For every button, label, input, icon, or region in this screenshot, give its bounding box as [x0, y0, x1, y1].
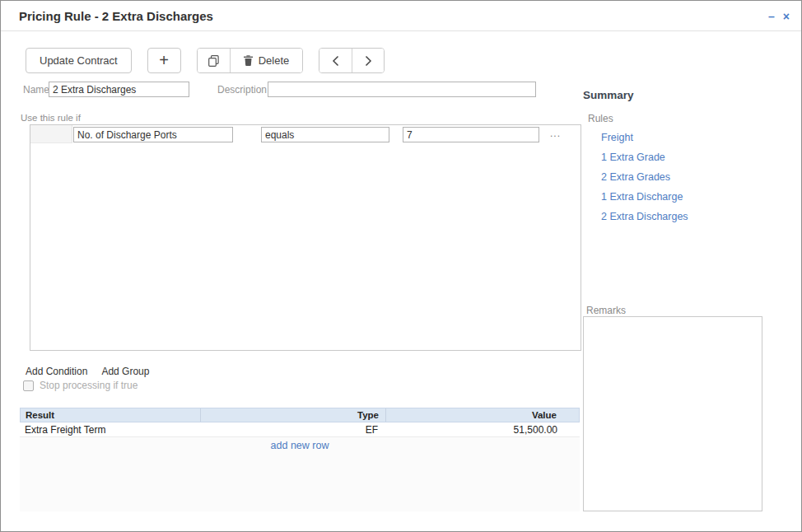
column-header-type: Type: [200, 408, 385, 422]
column-header-value: Value: [385, 408, 579, 422]
rule-link-2-extra-grades[interactable]: 2 Extra Grades: [601, 172, 688, 183]
add-rule-button[interactable]: +: [147, 48, 181, 73]
description-input[interactable]: [268, 82, 536, 97]
condition-value-input[interactable]: [403, 127, 539, 142]
condition-operator-input[interactable]: [261, 127, 389, 142]
copy-delete-group: Delete: [197, 48, 304, 73]
chevron-left-icon: [332, 55, 340, 67]
condition-actions: Add Condition Add Group: [26, 366, 149, 377]
delete-label: Delete: [259, 54, 290, 67]
add-condition-link[interactable]: Add Condition: [26, 366, 87, 377]
results-header-row: Result Type Value: [20, 408, 580, 422]
rule-link-freight[interactable]: Freight: [601, 133, 688, 143]
description-label: Description: [217, 84, 267, 96]
rule-link-2-extra-discharges[interactable]: 2 Extra Discharges: [601, 212, 688, 222]
stop-processing-checkbox[interactable]: [23, 380, 34, 391]
delete-button[interactable]: Delete: [230, 49, 303, 72]
add-new-row-link[interactable]: add new row: [20, 437, 580, 455]
rule-link-1-extra-discharge[interactable]: 1 Extra Discharge: [601, 192, 688, 203]
previous-record-button[interactable]: [319, 49, 352, 72]
results-table: Result Type Value Extra Freight Term EF …: [20, 408, 580, 511]
trash-icon: [244, 55, 253, 66]
rule-link-1-extra-grade[interactable]: 1 Extra Grade: [601, 152, 688, 163]
condition-more-button[interactable]: ...: [550, 128, 561, 139]
column-header-result: Result: [21, 410, 200, 420]
add-group-link[interactable]: Add Group: [101, 366, 149, 377]
remarks-label: Remarks: [586, 305, 626, 316]
minimize-icon[interactable]: –: [768, 11, 775, 22]
copy-button[interactable]: [198, 49, 230, 72]
name-input[interactable]: [49, 82, 189, 97]
titlebar: Pricing Rule - 2 Extra Discharges – ×: [1, 1, 801, 31]
result-cell: Extra Freight Term: [20, 424, 199, 436]
condition-field-input[interactable]: [73, 127, 233, 142]
rules-list: Freight 1 Extra Grade 2 Extra Grades 1 E…: [601, 133, 688, 222]
use-this-rule-if-label: Use this rule if: [21, 113, 81, 123]
stop-processing-row: Stop processing if true: [23, 380, 138, 391]
chevron-right-icon: [364, 55, 372, 67]
pricing-rule-window: Pricing Rule - 2 Extra Discharges – × Up…: [0, 0, 802, 532]
close-icon[interactable]: ×: [783, 11, 790, 22]
rules-label: Rules: [588, 113, 613, 124]
copy-icon: [208, 55, 219, 67]
value-cell: 51,500.00: [385, 424, 580, 436]
condition-row-handle: [30, 125, 72, 143]
summary-heading: Summary: [583, 89, 634, 101]
name-label: Name: [23, 84, 49, 96]
window-title: Pricing Rule - 2 Extra Discharges: [19, 1, 213, 31]
table-row[interactable]: Extra Freight Term EF 51,500.00: [20, 422, 580, 437]
next-record-button[interactable]: [352, 49, 384, 72]
remarks-textarea[interactable]: [583, 316, 762, 511]
stop-processing-label: Stop processing if true: [40, 380, 138, 391]
update-contract-button[interactable]: Update Contract: [26, 48, 132, 73]
window-controls: – ×: [768, 1, 790, 31]
type-cell: EF: [199, 424, 385, 436]
record-nav-group: [319, 48, 385, 73]
toolbar: Update Contract + Delete: [26, 48, 385, 73]
condition-builder: ...: [30, 124, 581, 351]
